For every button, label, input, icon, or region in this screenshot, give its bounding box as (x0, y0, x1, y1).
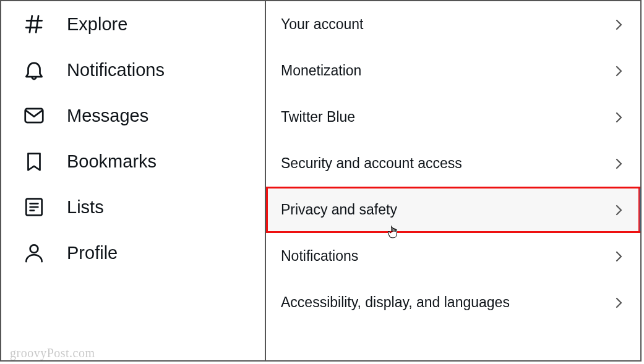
chevron-right-icon (611, 248, 627, 265)
chevron-right-icon (611, 109, 627, 125)
bell-icon (22, 58, 46, 82)
chevron-right-icon (611, 156, 627, 172)
bookmark-icon (22, 150, 46, 173)
settings-item-label: Monetization (281, 62, 361, 79)
settings-item-your-account[interactable]: Your account (266, 1, 640, 48)
chevron-right-icon (611, 295, 627, 311)
app-frame: Explore Notifications Messages Bookmarks (0, 0, 642, 362)
settings-item-label: Security and account access (281, 155, 462, 172)
chevron-right-icon (611, 63, 627, 79)
settings-item-privacy-safety[interactable]: Privacy and safety (266, 187, 640, 233)
hashtag-icon (22, 12, 46, 36)
settings-item-label: Twitter Blue (281, 109, 355, 125)
sidebar-item-label: Profile (67, 243, 118, 263)
chevron-right-icon (611, 17, 627, 33)
person-icon (22, 241, 46, 265)
settings-item-twitter-blue[interactable]: Twitter Blue (266, 94, 640, 140)
settings-item-accessibility-display-languages[interactable]: Accessibility, display, and languages (266, 279, 640, 326)
settings-item-label: Your account (281, 16, 363, 33)
sidebar-item-bookmarks[interactable]: Bookmarks (1, 138, 265, 184)
settings-panel: Your account Monetization Twitter Blue S… (266, 1, 640, 360)
sidebar-item-profile[interactable]: Profile (1, 230, 265, 276)
settings-item-monetization[interactable]: Monetization (266, 48, 640, 94)
sidebar-item-label: Messages (67, 106, 148, 126)
settings-item-notifications[interactable]: Notifications (266, 233, 640, 279)
sidebar-item-lists[interactable]: Lists (1, 184, 265, 230)
list-icon (22, 195, 46, 219)
chevron-right-icon (611, 202, 627, 218)
svg-line-3 (36, 16, 38, 33)
settings-item-security-account-access[interactable]: Security and account access (266, 140, 640, 187)
sidebar-item-label: Lists (67, 197, 104, 218)
svg-line-2 (30, 16, 32, 33)
settings-item-label: Accessibility, display, and languages (281, 294, 510, 311)
sidebar-item-label: Bookmarks (67, 151, 157, 172)
primary-nav-sidebar: Explore Notifications Messages Bookmarks (1, 1, 266, 360)
svg-point-9 (30, 245, 38, 253)
envelope-icon (22, 104, 46, 127)
sidebar-item-messages[interactable]: Messages (1, 93, 265, 138)
sidebar-item-label: Notifications (67, 60, 165, 80)
sidebar-item-label: Explore (67, 14, 127, 35)
sidebar-item-explore[interactable]: Explore (1, 1, 265, 47)
settings-item-label: Notifications (281, 248, 358, 265)
sidebar-item-notifications[interactable]: Notifications (1, 47, 265, 93)
settings-item-label: Privacy and safety (281, 201, 397, 218)
